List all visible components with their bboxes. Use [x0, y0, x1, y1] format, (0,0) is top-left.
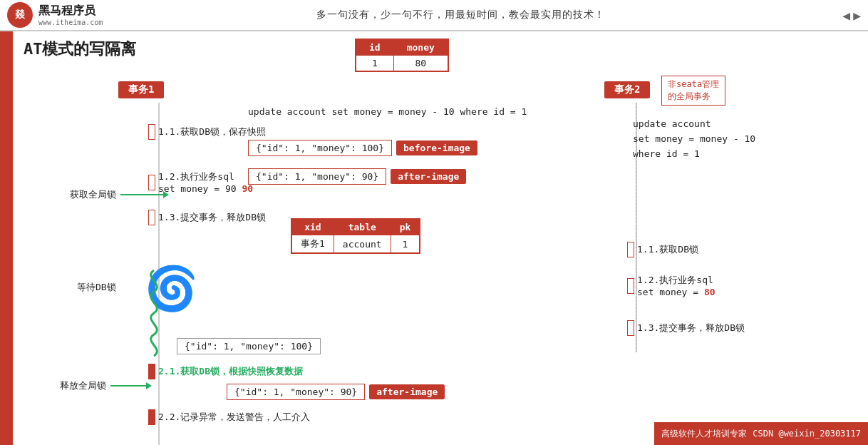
after-image-badge: after-image	[391, 169, 466, 184]
undo-cell-xid: 事务1	[291, 235, 334, 254]
tx1-step22-label: 2.2.记录异常，发送警告，人工介入	[158, 411, 310, 424]
tx1-step2-sub: set money = 90 90	[158, 183, 253, 194]
tx1-step22-block	[148, 409, 155, 425]
after-image2-code: {"id": 1, "money": 90}	[227, 384, 365, 400]
tx1-step1-block	[148, 124, 155, 140]
undo-header-table: table	[334, 219, 391, 235]
tx2-note: 非seata管理 的全局事务	[661, 76, 725, 106]
tx2-step2-block	[627, 278, 634, 294]
tx1-step1-label: 1.1.获取DB锁，保存快照	[158, 126, 266, 138]
tx2-step2-area: 1.2.执行业务sql set money = 80	[627, 274, 715, 297]
after-image2-badge: after-image	[369, 384, 445, 399]
db-table-cell-id: 1	[356, 56, 393, 72]
release-arrow	[110, 382, 152, 389]
tx1-step21-block	[148, 364, 155, 379]
db-table: id money 1 80	[355, 39, 449, 72]
tx1-step3-label: 1.3.提交事务，释放DB锁	[158, 211, 266, 224]
tx2-step2-val: 80	[704, 287, 715, 297]
tx1-step1-area: 1.1.获取DB锁，保存快照	[148, 124, 266, 140]
db-table-cell-money: 80	[393, 56, 448, 72]
after-image2-area: {"id": 1, "money": 90} after-image	[227, 384, 445, 400]
main-content: AT模式的写隔离 id money 1 80 事务1 update accoun…	[13, 31, 868, 445]
snapshot-area: {"id": 1, "money": 100}	[177, 338, 321, 354]
after-image-area: {"id": 1, "money": 90} after-image	[248, 168, 466, 185]
tx1-step2-label: 1.2.执行业务sql	[158, 170, 253, 183]
db-table-header-id: id	[356, 39, 393, 56]
undo-table-area: xid table pk 事务1 account 1	[291, 218, 420, 254]
logo-icon: 燚	[7, 2, 33, 28]
get-global-lock-area: 获取全局锁	[70, 188, 169, 201]
tx2-step3-area: 1.3.提交事务，释放DB锁	[627, 320, 745, 336]
tx2-step2-sub: set money = 80	[637, 287, 715, 297]
bottom-bar: 高级软件人才培训专家 CSDN @weixin_20303117	[654, 422, 868, 445]
header: 燚 黑马程序员 www.itheima.com 多一句没有，少一句不行，用最短时…	[0, 0, 868, 31]
wait-db-lock-area: 等待DB锁	[77, 281, 116, 294]
db-table-area: id money 1 80	[355, 39, 449, 72]
after-image-code: {"id": 1, "money": 90}	[248, 168, 386, 185]
tx2-step3-label: 1.3.提交事务，释放DB锁	[637, 322, 745, 334]
get-global-lock-label: 获取全局锁	[70, 188, 116, 201]
spring-svg	[140, 267, 168, 359]
before-image-badge: before-image	[396, 140, 477, 155]
tx2-sql-line1: update account	[633, 117, 755, 132]
tx1-sql: update account set money = money - 10 wh…	[248, 106, 527, 117]
undo-cell-pk: 1	[391, 235, 420, 254]
tx1-label: 事务1	[118, 81, 164, 98]
tx2-step1-area: 1.1.获取DB锁	[627, 242, 698, 257]
bottom-csdn: CSDN @weixin_20303117	[753, 429, 861, 439]
release-global-lock-area: 释放全局锁	[60, 379, 152, 392]
tx1-step21-label: 2.1.获取DB锁，根据快照恢复数据	[158, 365, 303, 378]
logo-area: 燚 黑马程序员 www.itheima.com	[7, 2, 103, 28]
lock-arrow	[120, 191, 169, 198]
prev-btn[interactable]: ◀	[842, 8, 850, 23]
header-slogan: 多一句没有，少一句不行，用最短时间，教会最实用的技术！	[103, 9, 818, 21]
before-image-code: {"id": 1, "money": 100}	[248, 140, 392, 156]
tx1-step21-area: 2.1.获取DB锁，根据快照恢复数据	[148, 364, 303, 379]
tx2-sql-line2: set money = money - 10	[633, 132, 755, 147]
tx1-step3-area: 1.3.提交事务，释放DB锁	[148, 210, 266, 225]
tx1-step22-area: 2.2.记录异常，发送警告，人工介入	[148, 409, 310, 425]
tx1-label-area: 事务1	[118, 81, 164, 98]
db-table-header-money: money	[393, 39, 448, 56]
undo-table: xid table pk 事务1 account 1	[291, 218, 420, 254]
next-btn[interactable]: ▶	[853, 8, 861, 23]
logo-text: 黑马程序员	[38, 4, 103, 19]
undo-table-row: 事务1 account 1	[291, 235, 420, 254]
release-global-lock-label: 释放全局锁	[60, 379, 106, 392]
snapshot-code: {"id": 1, "money": 100}	[177, 338, 321, 354]
undo-cell-table: account	[334, 235, 391, 254]
tx1-step3-block	[148, 210, 155, 225]
db-table-row: 1 80	[356, 56, 448, 72]
wait-db-lock-label: 等待DB锁	[77, 281, 116, 294]
tx2-label-area: 事务2	[604, 81, 650, 98]
tx2-sql-area: update account set money = money - 10 wh…	[633, 117, 755, 161]
tx2-step3-block	[627, 320, 634, 336]
left-red-bar	[0, 31, 13, 445]
tx2-note-area: 非seata管理 的全局事务	[661, 76, 725, 106]
bottom-label: 高级软件人才培训专家	[661, 428, 747, 440]
tx2-step2-label: 1.2.执行业务sql	[637, 274, 715, 287]
logo-sub: www.itheima.com	[38, 19, 103, 26]
tx2-label: 事务2	[604, 81, 650, 98]
undo-header-xid: xid	[291, 219, 334, 235]
before-image-area: {"id": 1, "money": 100} before-image	[248, 140, 477, 156]
tx2-step1-block	[627, 242, 634, 257]
tx2-sql-line3: where id = 1	[633, 147, 755, 162]
undo-header-pk: pk	[391, 219, 420, 235]
header-right: ◀ ▶	[818, 8, 861, 23]
tx2-step1-label: 1.1.获取DB锁	[637, 243, 698, 256]
